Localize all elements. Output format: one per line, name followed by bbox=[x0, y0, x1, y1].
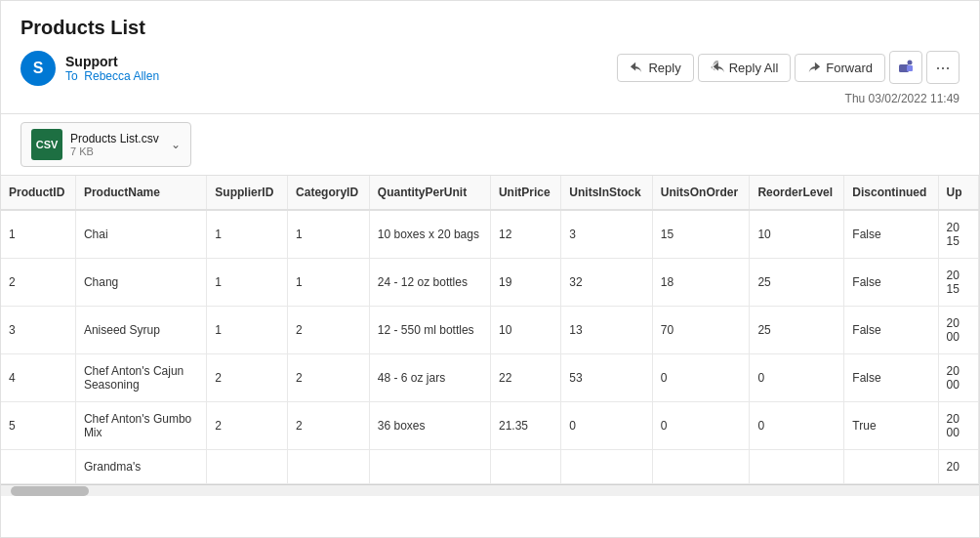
more-dots: ··· bbox=[935, 58, 950, 78]
table-cell: 1 bbox=[288, 210, 370, 259]
table-cell: 22 bbox=[490, 354, 560, 402]
reply-all-button[interactable]: Reply All bbox=[698, 54, 792, 82]
table-cell: 2 bbox=[207, 402, 288, 450]
table-row: 1Chai1110 boxes x 20 bags1231510False20 … bbox=[1, 210, 979, 259]
header-right: Reply Reply All Forward bbox=[617, 51, 960, 105]
table-cell: 15 bbox=[652, 210, 750, 259]
table-cell: 53 bbox=[561, 354, 652, 402]
table-body: 1Chai1110 boxes x 20 bags1231510False20 … bbox=[1, 210, 979, 484]
csv-icon: CSV bbox=[31, 129, 62, 160]
table-cell: 1 bbox=[207, 259, 288, 307]
table-cell: 70 bbox=[652, 307, 750, 354]
table-cell: True bbox=[844, 402, 938, 450]
more-options-button[interactable]: ··· bbox=[926, 51, 960, 84]
table-cell: Chef Anton's Gumbo Mix bbox=[75, 402, 206, 450]
table-cell: 5 bbox=[1, 402, 75, 450]
col-qpu: QuantityPerUnit bbox=[369, 176, 490, 210]
reply-label: Reply bbox=[648, 61, 680, 75]
avatar: S bbox=[20, 51, 56, 86]
table-cell: Aniseed Syrup bbox=[75, 307, 206, 354]
table-cell: 19 bbox=[490, 259, 560, 307]
table-cell: 3 bbox=[561, 210, 652, 259]
col-unitsonorder: UnitsOnOrder bbox=[652, 176, 750, 210]
horizontal-scroll-thumb[interactable] bbox=[11, 486, 89, 496]
table-cell: 1 bbox=[288, 259, 370, 307]
table-cell: 20 00 bbox=[938, 307, 978, 354]
table-cell: 2 bbox=[207, 354, 288, 402]
table-cell: 10 bbox=[490, 307, 560, 354]
table-cell bbox=[750, 450, 844, 484]
attachment-name: Products List.csv bbox=[70, 132, 159, 145]
reply-icon bbox=[630, 61, 643, 74]
table-cell: 20 00 bbox=[938, 402, 978, 450]
table-cell: 2 bbox=[1, 259, 75, 307]
horizontal-scrollbar[interactable] bbox=[1, 484, 979, 496]
col-unitsinstock: UnitsInStock bbox=[561, 176, 652, 210]
table-cell: 1 bbox=[207, 307, 288, 354]
table-cell bbox=[1, 450, 75, 484]
table-row: 4Chef Anton's Cajun Seasoning2248 - 6 oz… bbox=[1, 354, 979, 402]
sender-name: Support bbox=[65, 54, 159, 69]
table-row: 5Chef Anton's Gumbo Mix2236 boxes21.3500… bbox=[1, 402, 979, 450]
col-categoryid: CategoryID bbox=[288, 176, 370, 210]
table-cell: 12 - 550 ml bottles bbox=[369, 307, 490, 354]
attachment-row: CSV Products List.csv 7 KB ⌄ bbox=[1, 114, 979, 176]
table-cell bbox=[844, 450, 938, 484]
table-cell: 4 bbox=[1, 354, 75, 402]
sender-details: Support To Rebecca Allen bbox=[65, 54, 159, 83]
svg-point-1 bbox=[908, 61, 913, 65]
table-cell: 20 bbox=[938, 450, 978, 484]
svg-rect-2 bbox=[907, 65, 913, 71]
sender-info: S Support To Rebecca Allen bbox=[20, 51, 159, 86]
table-cell bbox=[207, 450, 288, 484]
table-row: 2Chang1124 - 12 oz bottles19321825False2… bbox=[1, 259, 979, 307]
email-header: Products List S Support To Rebecca Allen bbox=[1, 1, 979, 114]
table-cell: 2 bbox=[288, 307, 370, 354]
col-discontinued: Discontinued bbox=[844, 176, 938, 210]
table-cell: 0 bbox=[652, 354, 750, 402]
table-cell: False bbox=[844, 210, 938, 259]
col-productid: ProductID bbox=[1, 176, 75, 210]
table-cell: 0 bbox=[561, 402, 652, 450]
table-cell: Chef Anton's Cajun Seasoning bbox=[75, 354, 206, 402]
reply-button[interactable]: Reply bbox=[617, 54, 693, 82]
teams-button[interactable] bbox=[889, 51, 922, 84]
table-cell: 10 bbox=[750, 210, 844, 259]
table-container[interactable]: ProductID ProductName SupplierID Categor… bbox=[1, 176, 979, 537]
col-supplierid: SupplierID bbox=[207, 176, 288, 210]
table-cell: 2 bbox=[288, 354, 370, 402]
table-cell bbox=[369, 450, 490, 484]
table-cell: 0 bbox=[750, 402, 844, 450]
action-buttons: Reply Reply All Forward bbox=[617, 51, 960, 84]
table-cell: Chang bbox=[75, 259, 206, 307]
col-reorderlevel: ReorderLevel bbox=[750, 176, 844, 210]
forward-button[interactable]: Forward bbox=[795, 54, 885, 82]
table-cell: 25 bbox=[750, 259, 844, 307]
table-cell bbox=[652, 450, 750, 484]
table-cell: False bbox=[844, 307, 938, 354]
table-cell: 10 boxes x 20 bags bbox=[369, 210, 490, 259]
table-cell: Grandma's bbox=[75, 450, 206, 484]
table-cell: False bbox=[844, 354, 938, 402]
sender-to: To Rebecca Allen bbox=[65, 69, 159, 83]
table-cell: 2 bbox=[288, 402, 370, 450]
teams-icon bbox=[897, 59, 915, 76]
table-cell: 36 boxes bbox=[369, 402, 490, 450]
table-cell bbox=[490, 450, 560, 484]
table-cell: 12 bbox=[490, 210, 560, 259]
table-cell: 24 - 12 oz bottles bbox=[369, 259, 490, 307]
table-row: 3Aniseed Syrup1212 - 550 ml bottles10137… bbox=[1, 307, 979, 354]
table-cell: 48 - 6 oz jars bbox=[369, 354, 490, 402]
table-cell bbox=[288, 450, 370, 484]
col-extra: Up bbox=[938, 176, 978, 210]
products-table: ProductID ProductName SupplierID Categor… bbox=[1, 176, 979, 484]
table-cell bbox=[561, 450, 652, 484]
table-cell: 20 15 bbox=[938, 259, 978, 307]
table-cell: 1 bbox=[1, 210, 75, 259]
table-cell: 20 15 bbox=[938, 210, 978, 259]
table-cell: 0 bbox=[652, 402, 750, 450]
attachment[interactable]: CSV Products List.csv 7 KB ⌄ bbox=[20, 122, 191, 167]
table-cell: 18 bbox=[652, 259, 750, 307]
to-label: To bbox=[65, 69, 78, 83]
table-row: Grandma's20 bbox=[1, 450, 979, 484]
